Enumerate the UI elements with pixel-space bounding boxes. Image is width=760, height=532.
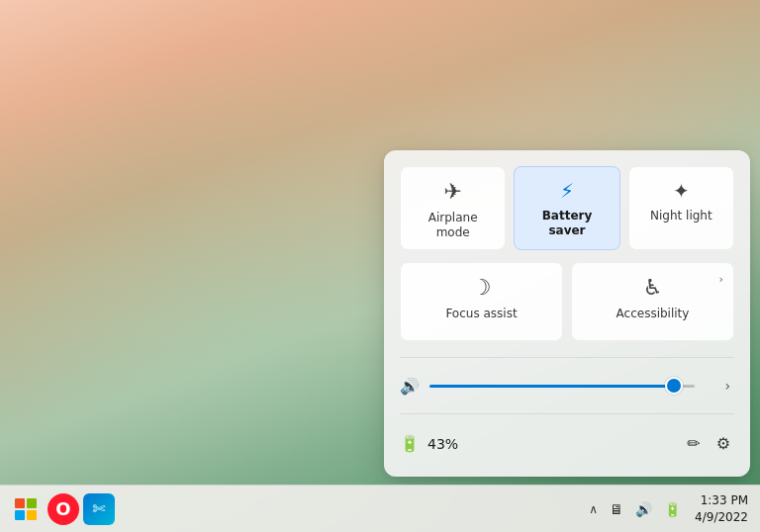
clock-time: 1:33 PM xyxy=(695,492,748,509)
quick-settings-panel: ✈ Airplane mode ⚡ Battery saver ✦ Night … xyxy=(384,150,750,477)
volume-slider[interactable] xyxy=(429,376,711,396)
airplane-label: Airplane mode xyxy=(411,211,495,239)
volume-row: 🔊 › xyxy=(400,370,734,401)
tile-accessibility[interactable]: › ♿ Accessibility xyxy=(571,262,734,341)
tile-airplane-mode[interactable]: ✈ Airplane mode xyxy=(400,166,506,250)
taskbar-left: O ✄ xyxy=(8,491,115,527)
battery-actions: ✏ ⚙ xyxy=(683,430,734,457)
snip-icon[interactable]: ✄ xyxy=(83,493,115,525)
opera-icon[interactable]: O xyxy=(48,493,79,525)
taskbar-right: ∧ 🖥 🔊 🔋 1:33 PM 4/9/2022 xyxy=(585,492,752,526)
battery-saver-label: Battery saver xyxy=(524,209,609,237)
quick-tiles-row2: ☽ Focus assist › ♿ Accessibility xyxy=(400,262,734,341)
battery-status-icon: 🔋 xyxy=(400,434,420,453)
accessibility-icon: ♿ xyxy=(643,277,663,299)
battery-saver-icon: ⚡ xyxy=(560,181,574,201)
windows-logo xyxy=(15,498,37,520)
night-light-icon: ✦ xyxy=(673,181,690,201)
tile-night-light[interactable]: ✦ Night light xyxy=(628,166,734,250)
accessibility-label: Accessibility xyxy=(617,307,690,320)
volume-chevron-right[interactable]: › xyxy=(720,374,734,398)
volume-icon: 🔊 xyxy=(400,377,420,396)
taskbar: O ✄ ∧ 🖥 🔊 🔋 1:33 PM 4/9/2022 xyxy=(0,485,760,532)
divider2 xyxy=(400,413,734,414)
volume-tray-icon[interactable]: 🔊 xyxy=(631,499,656,519)
quick-tiles-row1: ✈ Airplane mode ⚡ Battery saver ✦ Night … xyxy=(400,166,734,250)
volume-track-filled xyxy=(429,385,675,388)
clock[interactable]: 1:33 PM 4/9/2022 xyxy=(691,492,752,526)
clock-date: 4/9/2022 xyxy=(695,509,748,526)
volume-slider-wrapper xyxy=(429,376,711,396)
settings-gear-icon[interactable]: ⚙ xyxy=(712,430,734,457)
focus-assist-icon: ☽ xyxy=(472,277,492,299)
system-tray: ∧ 🖥 🔊 🔋 xyxy=(585,499,685,519)
start-button[interactable] xyxy=(8,491,44,527)
airplane-icon: ✈ xyxy=(443,181,461,203)
battery-tray-icon[interactable]: 🔋 xyxy=(660,499,685,519)
tile-battery-saver[interactable]: ⚡ Battery saver xyxy=(514,166,619,250)
battery-info: 🔋 43% xyxy=(400,434,458,453)
opera-letter: O xyxy=(55,498,70,519)
wifi-tray-icon[interactable]: 🖥 xyxy=(606,499,627,519)
focus-assist-label: Focus assist xyxy=(445,307,517,320)
battery-percent: 43% xyxy=(428,436,458,452)
tile-focus-assist[interactable]: ☽ Focus assist xyxy=(400,262,563,341)
accessibility-arrow: › xyxy=(719,273,723,286)
divider1 xyxy=(400,357,734,358)
battery-row: 🔋 43% ✏ ⚙ xyxy=(400,426,734,461)
tray-chevron-up[interactable]: ∧ xyxy=(585,500,602,518)
edit-icon[interactable]: ✏ xyxy=(683,430,704,457)
night-light-label: Night light xyxy=(650,209,712,222)
snip-symbol: ✄ xyxy=(92,499,105,518)
